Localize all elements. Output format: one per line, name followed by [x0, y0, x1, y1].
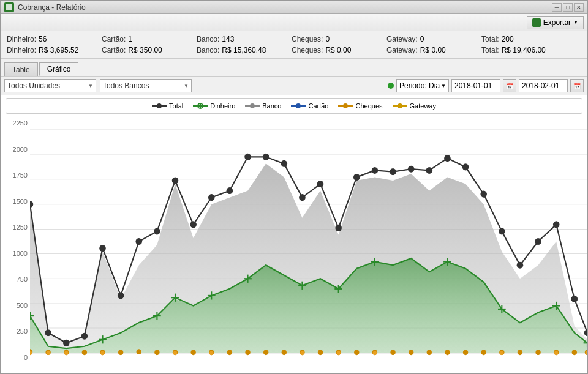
unidade-select[interactable]: Todos Unidades ▼ [4, 79, 96, 92]
minimize-button[interactable]: ─ [552, 3, 562, 12]
total-dot-14 [281, 160, 288, 167]
banco-arrow: ▼ [184, 83, 189, 89]
stat-cheques-count: Cheques: 0 [292, 35, 386, 43]
legend-gateway: Gateway [393, 102, 436, 110]
maximize-button[interactable]: □ [563, 3, 573, 12]
y-axis-labels: 2250 2000 1750 1500 1250 1000 750 500 25… [1, 116, 30, 373]
svg-point-81 [572, 350, 577, 355]
unidade-arrow: ▼ [88, 83, 93, 89]
svg-point-73 [427, 350, 432, 355]
legend-total: Total [152, 102, 183, 110]
total-dot-12 [244, 154, 251, 160]
tab-table[interactable]: Table [4, 62, 38, 76]
window-title: Cobrança - Relatório [18, 3, 86, 12]
date-start-input[interactable]: 2018-01-01 [451, 79, 500, 92]
svg-point-76 [481, 350, 486, 355]
periodo-dropdown[interactable]: Periodo: Dia ▼ [396, 79, 449, 92]
total-dot-3 [81, 333, 88, 340]
total-dot-26 [499, 228, 505, 234]
total-dot-6 [135, 238, 142, 245]
export-arrow: ▼ [573, 20, 578, 25]
cal-start-button[interactable]: 📅 [503, 79, 516, 92]
svg-point-60 [190, 350, 195, 355]
svg-point-87 [173, 351, 177, 356]
svg-point-56 [118, 350, 123, 355]
total-dot-17 [335, 225, 342, 231]
main-window: Cobrança - Relatório ─ □ ✕ Exportar ▼ Di… [0, 0, 588, 374]
svg-point-92 [500, 351, 503, 356]
stat-banco-count: Banco: 143 [197, 35, 292, 43]
svg-point-86 [100, 351, 104, 356]
svg-point-67 [318, 350, 323, 355]
tab-grafico[interactable]: Gráfico [39, 62, 79, 76]
legend-cartao: Cartão [291, 102, 328, 110]
total-dot-20 [390, 168, 396, 175]
filter-bar: Todos Unidades ▼ Todos Bancos ▼ Periodo:… [1, 77, 587, 95]
date-end-input[interactable]: 2018-02-01 [519, 79, 568, 92]
legend-dinheiro: Dinheiro [193, 102, 235, 110]
period-area: Periodo: Dia ▼ 2018-01-01 📅 2018-02-01 📅 [388, 79, 584, 92]
stat-cartao-count: Cartão: 1 [102, 35, 197, 43]
stat-dinheiro-value: Dinheiro: R$ 3,695.52 [7, 46, 102, 54]
svg-point-10 [296, 103, 301, 108]
svg-point-62 [227, 350, 232, 355]
total-dot-13 [263, 154, 270, 160]
total-dot-2 [63, 340, 70, 346]
svg-point-75 [463, 350, 468, 355]
total-dot-7 [154, 228, 160, 234]
svg-point-79 [535, 350, 540, 355]
chart-legend: Total Dinheiro Banco Cartão Cheques Gate… [6, 98, 582, 114]
stat-gateway-value: Gateway: R$ 0.00 [386, 46, 481, 54]
total-dot-30 [571, 296, 578, 302]
svg-point-63 [245, 350, 250, 355]
chart-svg [30, 116, 587, 373]
export-label: Exportar [543, 18, 571, 27]
total-dot-15 [299, 194, 306, 201]
total-dot-22 [426, 167, 433, 174]
total-dot-16 [317, 181, 324, 187]
export-icon [532, 18, 541, 27]
svg-point-65 [282, 350, 287, 355]
total-dot-8 [172, 177, 179, 184]
periodo-arrow: ▼ [441, 83, 446, 89]
stat-cheques-value: Cheques: R$ 0.00 [292, 46, 386, 54]
svg-point-74 [445, 350, 450, 355]
svg-point-88 [209, 351, 213, 356]
app-icon [4, 2, 14, 12]
svg-point-14 [398, 103, 402, 108]
chart-container: Total Dinheiro Banco Cartão Cheques Gate… [1, 95, 587, 373]
cal-end-button[interactable]: 📅 [570, 79, 584, 92]
total-dot-25 [480, 191, 487, 198]
stat-total-count: Total: 200 [481, 35, 573, 43]
svg-point-2 [157, 103, 162, 108]
tabs: Table Gráfico [1, 59, 587, 77]
total-dot-4 [99, 245, 106, 252]
stats-row-1: Dinheiro: 56 Cartão: 1 Banco: 143 Cheque… [7, 35, 581, 43]
stat-gateway-count: Gateway: 0 [386, 35, 481, 43]
title-bar-left: Cobrança - Relatório [4, 2, 86, 12]
total-dot-1 [45, 329, 51, 336]
export-button[interactable]: Exportar ▼ [527, 16, 584, 29]
close-button[interactable]: ✕ [574, 3, 584, 12]
stat-cartao-value: Cartão: R$ 350.00 [102, 46, 197, 54]
stat-total-value: Total: R$ 19,406.00 [481, 46, 573, 54]
legend-banco: Banco [245, 102, 281, 110]
total-dot-29 [553, 221, 560, 228]
total-dot-23 [444, 155, 451, 162]
svg-point-71 [390, 350, 395, 355]
banco-select[interactable]: Todos Bancos ▼ [100, 79, 192, 92]
svg-point-90 [337, 351, 341, 356]
total-dot-19 [372, 167, 379, 174]
total-dot-11 [227, 187, 233, 194]
total-dot-28 [535, 238, 541, 245]
total-dot-5 [118, 292, 124, 299]
total-dot-24 [462, 163, 469, 170]
total-dot-21 [408, 166, 415, 173]
svg-point-84 [46, 351, 50, 356]
calendar-end-icon: 📅 [573, 83, 581, 89]
total-dot-0 [30, 201, 33, 208]
period-dot [388, 83, 394, 89]
title-buttons: ─ □ ✕ [552, 3, 584, 12]
svg-point-69 [354, 350, 359, 355]
total-dot-10 [208, 194, 215, 201]
